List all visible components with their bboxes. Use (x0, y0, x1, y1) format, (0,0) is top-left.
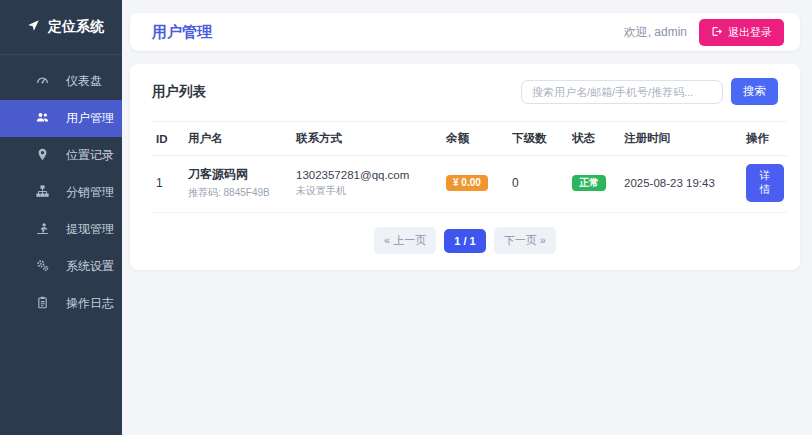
referral-code-text: 推荐码: 8845F49B (188, 186, 288, 200)
card-title: 用户列表 (152, 83, 206, 101)
sidebar-item-label: 用户管理 (66, 110, 114, 127)
logout-icon (711, 26, 722, 39)
cell-status: 正常 (568, 156, 620, 213)
user-table: ID 用户名 联系方式 余额 下级数 状态 注册时间 操作 1 刀客源码网 推荐… (152, 121, 788, 213)
sitemap-icon (36, 185, 49, 201)
sidebar-item-distribution[interactable]: 分销管理 (0, 174, 122, 211)
sidebar-item-label: 位置记录 (66, 147, 114, 164)
username-text: 刀客源码网 (188, 166, 288, 183)
status-badge: 正常 (572, 175, 606, 191)
sidebar-item-label: 提现管理 (66, 221, 114, 238)
col-header-subordinates: 下级数 (508, 122, 568, 156)
col-header-id: ID (152, 122, 184, 156)
sidebar: 定位系统 仪表盘 用户管理 (0, 0, 122, 435)
col-header-balance: 余额 (442, 122, 508, 156)
sidebar-item-label: 系统设置 (66, 258, 114, 275)
sidebar-item-withdraw[interactable]: 提现管理 (0, 211, 122, 248)
phone-note-text: 未设置手机 (296, 184, 438, 198)
cell-registered: 2025-08-23 19:43 (620, 156, 742, 213)
sidebar-item-label: 操作日志 (66, 295, 114, 312)
cell-id: 1 (152, 156, 184, 213)
col-header-action: 操作 (742, 122, 788, 156)
sidebar-item-settings[interactable]: 系统设置 (0, 248, 122, 285)
detail-button[interactable]: 详情 (746, 164, 784, 202)
prev-page-button[interactable]: « 上一页 (374, 227, 436, 254)
sidebar-menu: 仪表盘 用户管理 位置记录 (0, 55, 122, 322)
search-area: 搜索 (521, 78, 778, 105)
page-title: 用户管理 (152, 23, 212, 42)
table-row: 1 刀客源码网 推荐码: 8845F49B 1302357281@qq.com … (152, 156, 788, 213)
map-marker-icon (36, 148, 49, 164)
gauge-icon (36, 74, 49, 90)
col-header-registered: 注册时间 (620, 122, 742, 156)
logout-label: 退出登录 (728, 25, 772, 40)
log-icon (36, 296, 49, 312)
col-header-contact: 联系方式 (292, 122, 442, 156)
location-arrow-icon (27, 19, 40, 35)
cell-balance: ¥ 0.00 (442, 156, 508, 213)
page-header: 用户管理 欢迎, admin 退出登录 (130, 13, 800, 51)
sidebar-item-dashboard[interactable]: 仪表盘 (0, 63, 122, 100)
table-header-row: ID 用户名 联系方式 余额 下级数 状态 注册时间 操作 (152, 122, 788, 156)
welcome-text: 欢迎, admin (624, 24, 687, 41)
next-page-button[interactable]: 下一页 » (494, 227, 556, 254)
user-list-card: 用户列表 搜索 ID 用户名 联系方式 余额 下级数 状态 注册时间 (130, 64, 800, 270)
cell-subordinates: 0 (508, 156, 568, 213)
sidebar-item-label: 仪表盘 (66, 73, 102, 90)
sidebar-item-logs[interactable]: 操作日志 (0, 285, 122, 322)
users-icon (36, 111, 49, 127)
current-page-indicator[interactable]: 1 / 1 (444, 229, 485, 253)
gears-icon (36, 259, 49, 275)
pagination: « 上一页 1 / 1 下一页 » (152, 227, 778, 254)
main-content: 用户管理 欢迎, admin 退出登录 用户列表 搜索 (122, 0, 812, 435)
search-input[interactable] (521, 80, 723, 104)
search-button[interactable]: 搜索 (731, 78, 778, 105)
sidebar-item-users[interactable]: 用户管理 (0, 100, 122, 137)
card-head: 用户列表 搜索 (152, 78, 778, 105)
col-header-status: 状态 (568, 122, 620, 156)
cell-username: 刀客源码网 推荐码: 8845F49B (184, 156, 292, 213)
withdraw-icon (36, 222, 49, 238)
cell-action: 详情 (742, 156, 788, 213)
app-logo: 定位系统 (0, 0, 122, 55)
header-right: 欢迎, admin 退出登录 (624, 19, 784, 46)
app-name: 定位系统 (48, 18, 104, 36)
balance-badge: ¥ 0.00 (446, 175, 488, 191)
email-text: 1302357281@qq.com (296, 169, 438, 181)
sidebar-item-label: 分销管理 (66, 184, 114, 201)
sidebar-item-locations[interactable]: 位置记录 (0, 137, 122, 174)
cell-contact: 1302357281@qq.com 未设置手机 (292, 156, 442, 213)
logout-button[interactable]: 退出登录 (699, 19, 784, 46)
col-header-username: 用户名 (184, 122, 292, 156)
